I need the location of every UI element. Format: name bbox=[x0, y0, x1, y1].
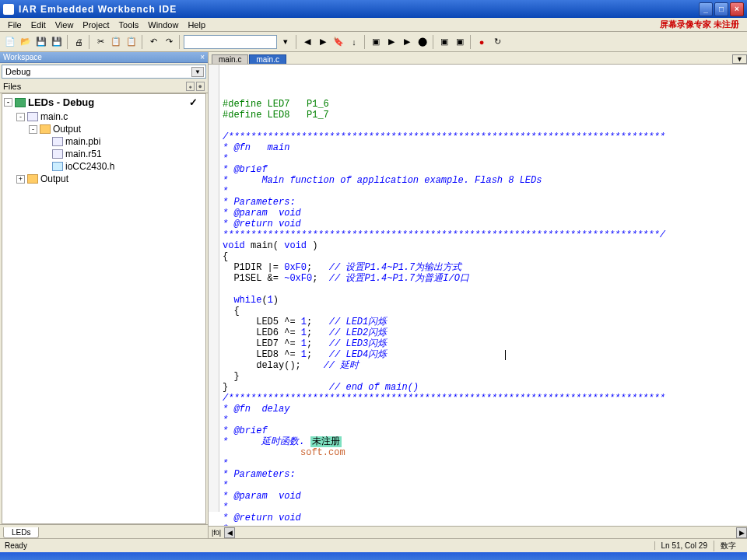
code-line[interactable] bbox=[212, 284, 747, 295]
code-line[interactable]: } // end of main() bbox=[212, 382, 747, 393]
code-line[interactable]: * bbox=[212, 502, 747, 513]
config-dropdown[interactable]: Debug bbox=[2, 65, 206, 79]
paste-button[interactable]: 📋 bbox=[124, 35, 139, 49]
code-line[interactable]: void main( void ) bbox=[212, 240, 747, 251]
code-line[interactable]: * @brief bbox=[212, 164, 747, 175]
make-button[interactable]: ▶ bbox=[384, 35, 398, 49]
code-line[interactable]: * bbox=[212, 480, 747, 491]
code-line[interactable]: * Parameters: bbox=[212, 469, 747, 480]
tree-item[interactable]: +Output bbox=[2, 173, 205, 185]
code-line[interactable]: LED8 ^= 1; // LED4闪烁 bbox=[212, 349, 747, 360]
code-editor[interactable]: #define LED7 P1_6#define LED8 P1_7 /****… bbox=[209, 65, 747, 526]
code-line[interactable]: /***************************************… bbox=[212, 131, 747, 142]
code-line[interactable]: * bbox=[212, 186, 747, 197]
menu-window[interactable]: Window bbox=[143, 20, 183, 30]
code-line[interactable]: * bbox=[212, 458, 747, 469]
code-line[interactable]: delay(); // 延时 bbox=[212, 360, 747, 371]
tree-toggle-icon[interactable]: - bbox=[29, 125, 37, 134]
restart-button[interactable]: ↻ bbox=[490, 35, 504, 49]
tree-item[interactable]: -main.c bbox=[2, 110, 205, 123]
code-line[interactable]: * @return void bbox=[212, 219, 747, 229]
code-line[interactable]: LED7 ^= 1; // LED3闪烁 bbox=[212, 338, 747, 349]
nav-back-button[interactable]: ◀ bbox=[300, 35, 314, 49]
code-line[interactable]: LED6 ^= 1; // LED2闪烁 bbox=[212, 327, 747, 338]
menu-edit[interactable]: Edit bbox=[26, 20, 51, 30]
hscroll-left-button[interactable]: ◀ bbox=[224, 527, 235, 538]
undo-button[interactable]: ↶ bbox=[146, 35, 160, 49]
toggle-breakpoint-button[interactable]: ⬤ bbox=[416, 35, 430, 49]
menu-project[interactable]: Project bbox=[78, 20, 114, 30]
close-button[interactable]: × bbox=[730, 2, 744, 16]
bookmark-toggle-button[interactable]: 🔖 bbox=[331, 35, 345, 49]
toolbar-separator bbox=[470, 35, 472, 49]
code-line[interactable]: ****************************************… bbox=[212, 229, 747, 240]
code-line[interactable]: } bbox=[212, 371, 747, 382]
editor-tab-dropdown[interactable]: ▼ bbox=[732, 54, 747, 64]
redo-button[interactable]: ↷ bbox=[162, 35, 176, 49]
cut-button[interactable]: ✂ bbox=[93, 35, 107, 49]
print-button[interactable]: 🖨 bbox=[72, 35, 86, 49]
code-line[interactable]: /***************************************… bbox=[212, 393, 747, 404]
code-line[interactable]: * @param void bbox=[212, 491, 747, 502]
code-line[interactable]: * @fn delay bbox=[212, 404, 747, 415]
code-line[interactable]: { bbox=[212, 251, 747, 262]
code-line[interactable]: #define LED7 P1_6 bbox=[212, 99, 747, 110]
code-line[interactable]: * bbox=[212, 523, 747, 526]
os-taskbar bbox=[0, 552, 747, 560]
code-line[interactable]: * bbox=[212, 153, 747, 164]
code-line[interactable] bbox=[212, 121, 747, 131]
code-line[interactable]: P1DIR |= 0xF0; // 设置P1.4~P1.7为输出方式 bbox=[212, 262, 747, 273]
tree-item[interactable]: main.r51 bbox=[2, 148, 205, 160]
files-col2-icon[interactable]: ● bbox=[196, 82, 205, 91]
save-all-button[interactable]: 💾 bbox=[50, 35, 64, 49]
code-line[interactable]: * @return void bbox=[212, 513, 747, 523]
debug-button[interactable]: ▣ bbox=[437, 35, 451, 49]
file-tree[interactable]: - LEDs - Debug ✓ -main.c-Outputmain.pbim… bbox=[2, 93, 206, 524]
code-line[interactable]: * @fn main bbox=[212, 142, 747, 153]
compile-button[interactable]: ▣ bbox=[369, 35, 383, 49]
files-col1-icon[interactable]: ⬥ bbox=[186, 82, 195, 91]
code-line[interactable]: * bbox=[212, 415, 747, 425]
menu-help[interactable]: Help bbox=[183, 20, 210, 30]
code-line[interactable]: LED5 ^= 1; // LED1闪烁 bbox=[212, 317, 747, 327]
bookmark-next-button[interactable]: ↓ bbox=[347, 35, 361, 49]
find-combo[interactable] bbox=[184, 35, 277, 49]
editor-tab-active[interactable]: main.c bbox=[249, 54, 286, 64]
hscroll-right-button[interactable]: ▶ bbox=[736, 527, 747, 538]
workspace-tab[interactable]: LEDs bbox=[3, 527, 39, 538]
minimize-button[interactable]: _ bbox=[699, 2, 713, 16]
tree-root[interactable]: - LEDs - Debug ✓ bbox=[2, 94, 205, 110]
maximize-button[interactable]: □ bbox=[714, 2, 728, 16]
debug-without-download-button[interactable]: ▣ bbox=[453, 35, 467, 49]
code-line[interactable]: * Main function of application example. … bbox=[212, 175, 747, 186]
code-line[interactable]: * 延时函数. 未注册soft.com bbox=[212, 436, 747, 458]
code-line[interactable]: { bbox=[212, 306, 747, 317]
code-line[interactable]: * Parameters: bbox=[212, 197, 747, 208]
code-line[interactable]: * @brief bbox=[212, 425, 747, 436]
menu-view[interactable]: View bbox=[51, 20, 79, 30]
tree-toggle-icon[interactable]: - bbox=[16, 113, 25, 121]
stop-build-button[interactable]: ▶ bbox=[400, 35, 414, 49]
tree-item[interactable]: -Output bbox=[2, 123, 205, 135]
find-next-button[interactable]: ▾ bbox=[279, 35, 293, 49]
save-button[interactable]: 💾 bbox=[34, 35, 48, 49]
tree-item[interactable]: ioCC2430.h bbox=[2, 160, 205, 173]
code-line[interactable]: while(1) bbox=[212, 295, 747, 306]
nav-fwd-button[interactable]: ▶ bbox=[316, 35, 330, 49]
tree-item-label: main.pbi bbox=[65, 136, 100, 147]
new-file-button[interactable]: 📄 bbox=[3, 35, 17, 49]
workspace-close-button[interactable]: × bbox=[200, 53, 205, 61]
open-button[interactable]: 📂 bbox=[19, 35, 33, 49]
editor-footer-label: |f0| bbox=[209, 529, 224, 537]
tree-item[interactable]: main.pbi bbox=[2, 135, 205, 148]
stop-debug-button[interactable]: ● bbox=[475, 35, 489, 49]
editor-tab[interactable]: main.c bbox=[212, 54, 248, 64]
code-line[interactable]: * @param void bbox=[212, 208, 747, 219]
tree-toggle-icon[interactable]: + bbox=[16, 175, 25, 184]
menu-file[interactable]: File bbox=[3, 20, 26, 30]
copy-button[interactable]: 📋 bbox=[109, 35, 123, 49]
tree-toggle-icon[interactable]: - bbox=[4, 98, 12, 107]
code-line[interactable]: #define LED8 P1_7 bbox=[212, 110, 747, 121]
code-line[interactable]: P1SEL &= ~0xF0; // 设置P1.4~P1.7为普通I/O口 bbox=[212, 273, 747, 284]
menu-tools[interactable]: Tools bbox=[114, 20, 144, 30]
